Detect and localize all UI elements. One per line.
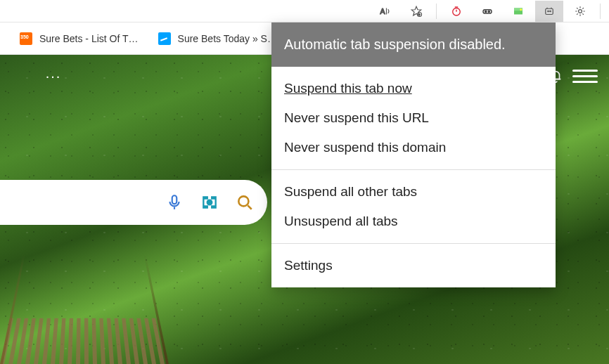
svg-rect-3	[483, 9, 492, 13]
tab-suspender-popup: Automatic tab suspension disabled. Suspe…	[271, 22, 556, 287]
popup-header: Automatic tab suspension disabled.	[271, 22, 556, 67]
timer-extension-icon[interactable]	[442, 1, 470, 22]
popup-settings-item[interactable]: Settings	[271, 251, 556, 280]
toolbar-divider	[436, 4, 437, 19]
svg-rect-13	[172, 195, 177, 204]
svg-point-8	[520, 8, 522, 11]
read-aloud-icon[interactable]: A	[371, 1, 399, 22]
menu-dots-icon[interactable]: ···	[42, 65, 65, 87]
svg-point-11	[550, 11, 551, 12]
svg-point-14	[207, 200, 212, 205]
svg-point-12	[579, 9, 582, 13]
voice-search-icon[interactable]	[165, 193, 184, 212]
svg-point-5	[488, 11, 489, 12]
unsuspend-all-tabs-item[interactable]: Unsuspend all tabs	[271, 207, 556, 236]
popup-section: Settings	[271, 244, 556, 287]
screenshot-extension-icon[interactable]	[504, 1, 532, 22]
search-icon[interactable]	[235, 193, 255, 212]
bookmark-favicon	[20, 32, 32, 45]
never-suspend-url-item[interactable]: Never suspend this URL	[271, 103, 556, 133]
infinity-extension-icon[interactable]	[473, 1, 501, 22]
popup-section: Suspend this tab now Never suspend this …	[271, 67, 556, 169]
svg-point-4	[485, 11, 487, 12]
search-bar[interactable]	[0, 180, 267, 225]
background-bridge	[0, 255, 169, 364]
svg-text:A: A	[380, 6, 385, 15]
bookmark-label: Sure Bets Today » S…	[178, 33, 277, 44]
bookmark-label: Sure Bets - List Of T…	[39, 33, 139, 44]
suspend-this-tab-item[interactable]: Suspend this tab now	[271, 74, 556, 103]
svg-point-10	[548, 11, 549, 12]
suspend-other-tabs-item[interactable]: Suspend all other tabs	[271, 177, 556, 207]
browser-settings-icon[interactable]	[566, 1, 594, 22]
browser-toolbar: A	[0, 0, 609, 22]
favorites-icon[interactable]	[402, 1, 430, 22]
never-suspend-domain-item[interactable]: Never suspend this domain	[271, 133, 556, 162]
bookmark-item[interactable]: Sure Bets Today » S…	[158, 32, 277, 45]
svg-point-15	[238, 196, 248, 206]
toolbar-divider	[600, 4, 601, 19]
hamburger-menu-icon[interactable]	[572, 65, 598, 87]
svg-rect-9	[546, 8, 553, 14]
image-search-icon[interactable]	[200, 193, 219, 212]
bookmark-favicon	[158, 32, 171, 45]
bookmark-item[interactable]: Sure Bets - List Of T…	[20, 32, 139, 45]
tab-suspender-extension-icon[interactable]	[535, 1, 563, 22]
popup-section: Suspend all other tabs Unsuspend all tab…	[271, 170, 556, 243]
